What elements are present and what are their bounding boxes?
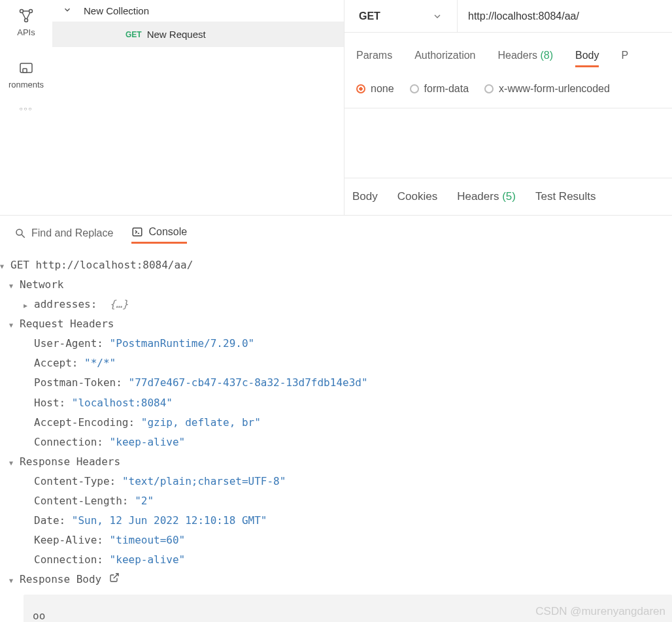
request-row[interactable]: GET New Request [52, 22, 344, 47]
console-response-headers[interactable]: ▼ Response Headers [0, 452, 672, 472]
tab-params[interactable]: Params [356, 50, 392, 67]
header-row: Connection: "keep-alive" [0, 433, 672, 452]
svg-rect-4 [23, 69, 27, 73]
tab-more[interactable]: P [621, 50, 628, 67]
nav-apis-label: APIs [17, 27, 35, 37]
apis-icon [18, 8, 34, 24]
radio-icon [410, 84, 419, 93]
open-external-icon[interactable] [109, 570, 120, 589]
svg-line-9 [114, 574, 118, 578]
console-output: ▼ GET http://localhost:8084/aa/ ▼ Networ… [0, 250, 672, 622]
response-tab-tests[interactable]: Test Results [535, 190, 596, 203]
svg-point-1 [29, 10, 33, 13]
header-row: Date: "Sun, 12 Jun 2022 12:10:18 GMT" [0, 511, 672, 531]
request-name: New Request [147, 29, 206, 40]
body-type-none[interactable]: none [356, 83, 394, 95]
console-icon [131, 226, 143, 238]
console-request-line[interactable]: ▼ GET http://localhost:8084/aa/ [0, 255, 672, 275]
method-select-value: GET [359, 10, 380, 22]
chevron-down-icon [432, 11, 443, 22]
header-row: Accept: "*/*" [0, 353, 672, 373]
svg-line-6 [22, 235, 25, 238]
tab-authorization[interactable]: Authorization [414, 50, 475, 67]
tab-find-replace[interactable]: Find and Replace [14, 226, 113, 244]
header-row: Connection: "keep-alive" [0, 550, 672, 570]
header-row: Content-Length: "2" [0, 491, 672, 511]
svg-point-0 [20, 10, 24, 13]
body-empty-area [344, 108, 672, 178]
response-tab-body[interactable]: Body [352, 190, 378, 203]
header-row: User-Agent: "PostmanRuntime/7.29.0" [0, 334, 672, 353]
header-row: Keep-Alive: "timeout=60" [0, 531, 672, 550]
environments-icon [18, 60, 34, 76]
header-row: Accept-Encoding: "gzip, deflate, br" [0, 413, 672, 433]
console-response-body[interactable]: ▼ Response Body [0, 570, 672, 589]
body-type-xform[interactable]: x-www-form-urlencoded [484, 83, 610, 95]
header-row: Content-Type: "text/plain;charset=UTF-8" [0, 472, 672, 491]
tab-headers[interactable]: Headers (8) [498, 50, 554, 67]
url-input[interactable] [458, 0, 672, 32]
nav-apis[interactable]: APIs [17, 8, 35, 37]
response-body-content: oo [24, 595, 672, 622]
nav-more[interactable]: ○○○ [20, 106, 33, 112]
console-network[interactable]: ▼ Network [0, 275, 672, 295]
collection-name: New Collection [84, 5, 149, 16]
tab-body[interactable]: Body [575, 50, 599, 67]
response-tab-headers[interactable]: Headers (5) [457, 190, 516, 203]
header-row: Host: "localhost:8084" [0, 393, 672, 413]
console-request-headers[interactable]: ▼ Request Headers [0, 314, 672, 334]
search-icon [14, 227, 26, 239]
radio-checked-icon [356, 84, 365, 93]
header-row: Postman-Token: "77d7e467-cb47-437c-8a32-… [0, 373, 672, 393]
svg-point-2 [25, 19, 28, 22]
chevron-down-icon [63, 5, 72, 16]
console-addresses[interactable]: ▶ addresses: {…} [0, 295, 672, 314]
response-tab-cookies[interactable]: Cookies [397, 190, 437, 203]
method-select[interactable]: GET [344, 0, 458, 32]
radio-icon [484, 84, 494, 93]
nav-environments-label: ronments [8, 80, 44, 90]
body-type-form-data[interactable]: form-data [410, 83, 469, 95]
collection-row[interactable]: New Collection [52, 0, 344, 22]
method-badge: GET [126, 30, 142, 39]
nav-environments[interactable]: ronments [8, 60, 44, 90]
tab-console[interactable]: Console [131, 226, 187, 244]
svg-point-5 [16, 229, 22, 235]
